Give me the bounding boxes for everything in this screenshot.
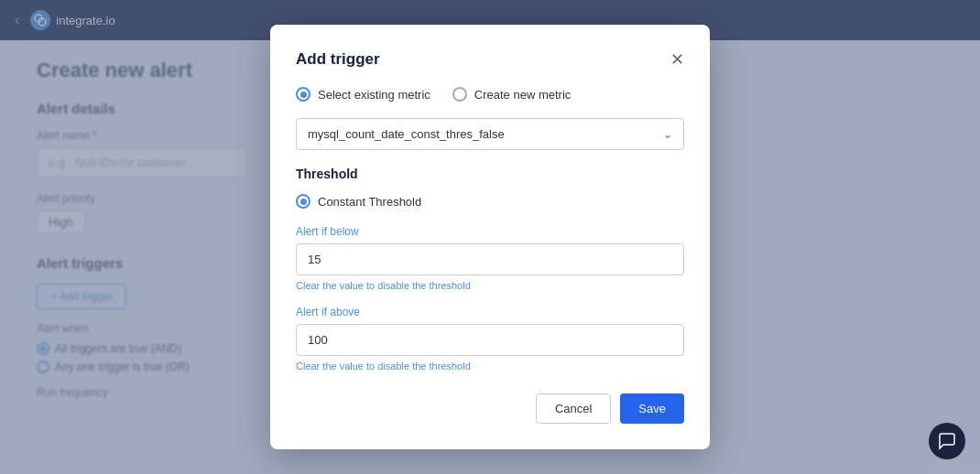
- existing-metric-label: Select existing metric: [318, 88, 430, 102]
- existing-metric-radio[interactable]: [296, 87, 310, 102]
- constant-threshold-label: Constant Threshold: [318, 195, 421, 209]
- modal-header: Add trigger ✕: [296, 50, 684, 69]
- cancel-button[interactable]: Cancel: [536, 393, 611, 424]
- constant-threshold-radio[interactable]: [296, 194, 310, 209]
- modal-footer: Cancel Save: [296, 393, 684, 424]
- alert-if-above-input[interactable]: [296, 324, 684, 356]
- threshold-title: Threshold: [296, 167, 684, 181]
- alert-if-above-group: Alert if above Clear the value to disabl…: [296, 306, 684, 372]
- select-existing-metric-option[interactable]: Select existing metric: [296, 87, 430, 102]
- alert-if-below-group: Alert if below Clear the value to disabl…: [296, 225, 684, 291]
- clear-below-link[interactable]: Clear the value to disable the threshold: [296, 280, 684, 291]
- new-metric-radio[interactable]: [452, 87, 467, 102]
- metric-dropdown[interactable]: mysql_count_date_const_thres_false ⌄: [296, 118, 684, 150]
- alert-if-below-label: Alert if below: [296, 225, 684, 238]
- metric-dropdown-value: mysql_count_date_const_thres_false: [308, 127, 505, 141]
- chevron-down-icon: ⌄: [663, 128, 672, 141]
- modal-overlay: Add trigger ✕ Select existing metric Cre…: [0, 0, 980, 474]
- alert-if-above-label: Alert if above: [296, 306, 684, 318]
- new-metric-label: Create new metric: [474, 88, 571, 102]
- constant-threshold-row: Constant Threshold: [296, 194, 684, 209]
- modal-title: Add trigger: [296, 50, 380, 69]
- metric-type-options: Select existing metric Create new metric: [296, 87, 684, 102]
- alert-if-below-input[interactable]: [296, 243, 684, 275]
- chat-button[interactable]: [929, 423, 965, 459]
- add-trigger-modal: Add trigger ✕ Select existing metric Cre…: [270, 25, 710, 449]
- close-button[interactable]: ✕: [670, 51, 684, 68]
- clear-above-link[interactable]: Clear the value to disable the threshold: [296, 361, 684, 372]
- save-button[interactable]: Save: [620, 393, 684, 424]
- create-new-metric-option[interactable]: Create new metric: [452, 87, 571, 102]
